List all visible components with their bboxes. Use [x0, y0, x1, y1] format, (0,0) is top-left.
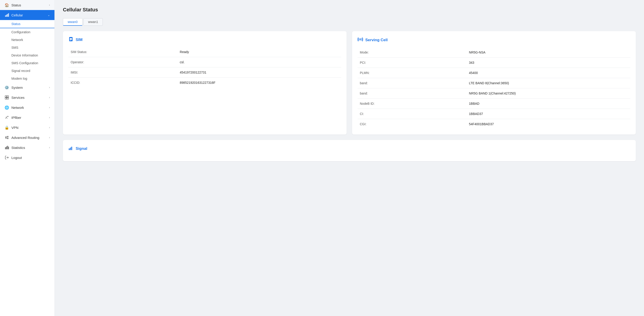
- cgi-value: 54F4001BBAD37: [467, 119, 630, 129]
- sidebar-item-services[interactable]: Services ›: [0, 92, 54, 102]
- logout-icon: [4, 155, 9, 160]
- band-lte-value: LTE BAND 8(Channel:3650): [467, 78, 630, 88]
- svg-rect-19: [71, 40, 71, 41]
- ipfiber-icon: [4, 115, 9, 120]
- sidebar-item-network-label: Network: [12, 106, 24, 109]
- ci-label: CI:: [358, 109, 467, 119]
- sidebar-subitem-configuration[interactable]: Configuration: [0, 28, 54, 36]
- sidebar-subitem-modem-log[interactable]: Modem log: [0, 75, 54, 82]
- svg-rect-22: [70, 148, 71, 150]
- svg-point-10: [8, 138, 8, 139]
- serving-cell-title: Serving Cell: [358, 37, 630, 43]
- svg-rect-17: [70, 38, 72, 40]
- sidebar-item-logout[interactable]: Logout: [0, 153, 54, 163]
- chevron-right-services-icon: ›: [49, 96, 50, 99]
- table-row: PCI: 343: [358, 58, 630, 68]
- sidebar-item-cellular-label: Cellular: [12, 13, 23, 17]
- ci-value: 1BBAD37: [467, 109, 630, 119]
- mode-label: Mode:: [358, 47, 467, 58]
- sidebar-item-system[interactable]: ⚙️ System ›: [0, 82, 54, 92]
- plmn-label: PLMN:: [358, 68, 467, 78]
- sidebar-item-system-label: System: [12, 86, 23, 89]
- sidebar-subitem-network[interactable]: Network: [0, 36, 54, 44]
- sidebar-subitem-device-information[interactable]: Device Information: [0, 51, 54, 59]
- pci-label: PCI:: [358, 58, 467, 68]
- table-row: band: LTE BAND 8(Channel:3650): [358, 78, 630, 88]
- sidebar-item-vpn[interactable]: 🔒 VPN ›: [0, 122, 54, 132]
- nodeb-id-label: NodeB ID:: [358, 99, 467, 109]
- svg-rect-0: [5, 15, 6, 17]
- network-icon: 🌐: [4, 105, 9, 110]
- advanced-routing-icon: [4, 135, 9, 140]
- sidebar-item-vpn-label: VPN: [12, 126, 18, 130]
- svg-rect-11: [5, 147, 6, 149]
- services-icon: [4, 95, 9, 100]
- svg-point-20: [360, 39, 361, 40]
- sim-info-table: SIM Status: Ready Operator: csl. IMSI: 4…: [68, 47, 341, 88]
- chevron-right-system-icon: ›: [49, 86, 50, 89]
- table-row: IMSI: 454197200122731: [68, 67, 341, 78]
- sim-status-value: Ready: [178, 47, 341, 57]
- sidebar-subitem-signal-record[interactable]: Signal record: [0, 67, 54, 75]
- sim-status-label: SIM Status:: [68, 47, 178, 57]
- sidebar-item-status[interactable]: 🏠 Status ›: [0, 0, 54, 10]
- serving-cell-card: Serving Cell Mode: NR5G-NSA PCI: 343 PLM…: [352, 31, 636, 135]
- svg-rect-18: [70, 40, 70, 41]
- sidebar: 🏠 Status › Cellular ⌄ Status Configurati…: [0, 0, 55, 316]
- sidebar-item-advanced-routing[interactable]: Advanced Routing ›: [0, 132, 54, 143]
- operator-value: csl.: [178, 57, 341, 67]
- svg-rect-3: [8, 13, 9, 17]
- tab-wwan0[interactable]: wwan0: [63, 18, 82, 26]
- sidebar-item-ipfiber-label: IPfiber: [12, 116, 21, 119]
- vpn-icon: 🔒: [4, 125, 9, 130]
- mode-value: NR5G-NSA: [467, 47, 630, 58]
- pci-value: 343: [467, 58, 630, 68]
- iccid-value: 8985219201631227316F: [178, 78, 341, 88]
- sidebar-item-statistics-label: Statistics: [12, 146, 25, 150]
- sidebar-item-logout-label: Logout: [12, 156, 22, 160]
- svg-rect-14: [8, 147, 9, 149]
- chevron-right-ipfiber-icon: ›: [49, 116, 50, 119]
- cellular-icon: [4, 13, 9, 17]
- table-row: SIM Status: Ready: [68, 47, 341, 57]
- chevron-right-network-icon: ›: [49, 106, 50, 109]
- svg-rect-4: [5, 96, 7, 97]
- tab-wwan1[interactable]: wwan1: [84, 18, 103, 26]
- table-row: PLMN: 45400: [358, 68, 630, 78]
- sidebar-subitem-status[interactable]: Status: [0, 20, 54, 28]
- antenna-icon: [358, 37, 363, 43]
- sim-icon: [68, 37, 74, 43]
- page-title: Cellular Status: [63, 7, 636, 13]
- sidebar-subitem-sms[interactable]: SMS: [0, 44, 54, 51]
- chevron-down-icon: ⌄: [48, 13, 50, 17]
- sidebar-item-cellular[interactable]: Cellular ⌄: [0, 10, 54, 20]
- sim-card-title: SIM: [68, 37, 341, 43]
- svg-rect-7: [7, 98, 9, 99]
- svg-rect-6: [5, 98, 7, 99]
- table-row: band: NR5G BAND 1(Channel:427250): [358, 88, 630, 99]
- band-nr5g-label: band:: [358, 88, 467, 99]
- chevron-right-statistics-icon: ›: [49, 146, 50, 149]
- main-content: Cellular Status wwan0 wwan1 SIM SIM Stat…: [55, 0, 644, 316]
- chevron-right-icon: ›: [49, 3, 50, 6]
- serving-cell-table: Mode: NR5G-NSA PCI: 343 PLMN: 45400 band…: [358, 47, 630, 129]
- sidebar-item-statistics[interactable]: Statistics ›: [0, 143, 54, 153]
- iccid-label: ICCID:: [68, 78, 178, 88]
- table-row: CI: 1BBAD37: [358, 109, 630, 119]
- sidebar-item-network[interactable]: 🌐 Network ›: [0, 102, 54, 112]
- table-row: Mode: NR5G-NSA: [358, 47, 630, 58]
- imsi-value: 454197200122731: [178, 67, 341, 78]
- table-row: CGI: 54F4001BBAD37: [358, 119, 630, 129]
- plmn-value: 45400: [467, 68, 630, 78]
- svg-rect-23: [71, 147, 72, 150]
- svg-point-9: [6, 137, 6, 138]
- sidebar-item-ipfiber[interactable]: IPfiber ›: [0, 112, 54, 122]
- svg-point-8: [8, 136, 8, 137]
- svg-rect-2: [7, 14, 8, 17]
- operator-label: Operator:: [68, 57, 178, 67]
- sim-card: SIM SIM Status: Ready Operator: csl. IMS…: [63, 31, 346, 135]
- signal-card: Signal: [63, 140, 636, 161]
- svg-rect-1: [6, 15, 7, 17]
- sim-title-text: SIM: [76, 37, 82, 42]
- sidebar-subitem-sms-configuration[interactable]: SMS Configuration: [0, 59, 54, 67]
